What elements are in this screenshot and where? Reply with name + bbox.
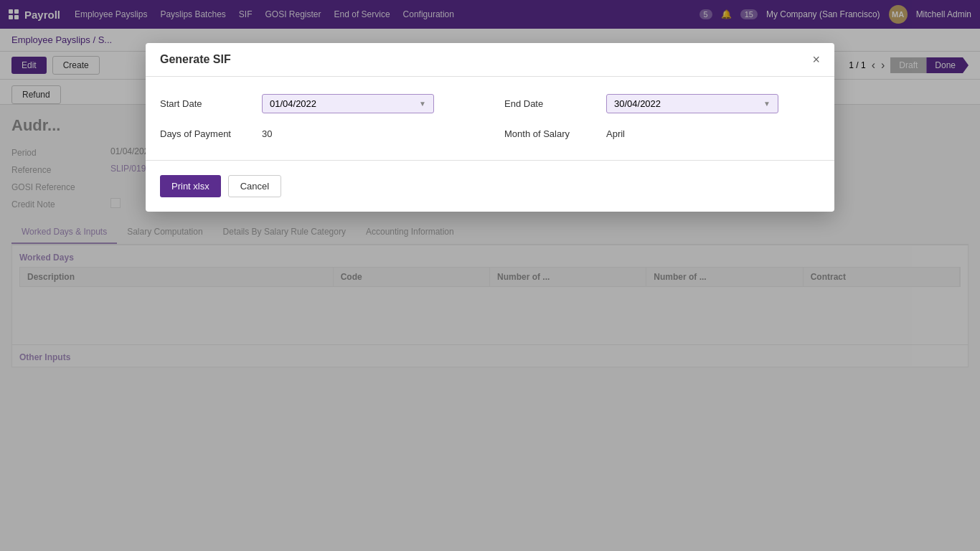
start-date-input[interactable]: 01/04/2022 ▼ [262,94,434,113]
end-date-input[interactable]: 30/04/2022 ▼ [606,94,778,113]
days-of-payment-value: 30 [262,125,272,143]
modal-close-button[interactable]: × [812,53,820,66]
dropdown-icon: ▼ [763,100,771,108]
end-date-label: End Date [504,98,598,109]
modal-form: Start Date 01/04/2022 ▼ End Date 30/04/2… [160,94,820,143]
modal-header: Generate SIF × [146,43,834,77]
print-xlsx-button[interactable]: Print xlsx [160,175,221,197]
modal-actions: Print xlsx Cancel [160,175,820,197]
modal-body: Start Date 01/04/2022 ▼ End Date 30/04/2… [146,77,834,212]
month-of-salary-field: Month of Salary April [504,125,820,143]
days-of-payment-field: Days of Payment 30 [160,125,476,143]
month-of-salary-label: Month of Salary [504,128,598,139]
start-date-field: Start Date 01/04/2022 ▼ [160,94,476,113]
start-date-label: Start Date [160,98,253,109]
cancel-button[interactable]: Cancel [228,175,281,197]
dropdown-icon: ▼ [419,100,426,108]
month-of-salary-value: April [606,125,625,143]
modal-divider [146,160,834,161]
days-of-payment-label: Days of Payment [160,128,253,139]
generate-sif-modal: Generate SIF × Start Date 01/04/2022 ▼ E… [146,43,834,212]
modal-overlay: Generate SIF × Start Date 01/04/2022 ▼ E… [0,0,980,551]
modal-title: Generate SIF [160,53,231,66]
end-date-field: End Date 30/04/2022 ▼ [504,94,820,113]
